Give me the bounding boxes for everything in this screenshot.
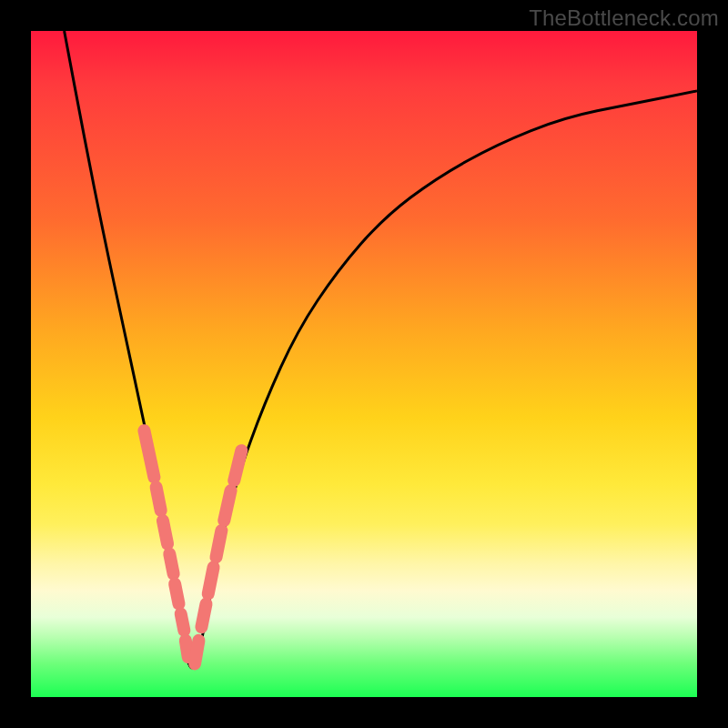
highlight-capsule xyxy=(169,554,173,574)
highlight-capsule xyxy=(224,490,230,521)
plot-area xyxy=(31,31,697,697)
highlight-capsule xyxy=(186,641,188,657)
highlight-capsules xyxy=(144,430,241,663)
highlight-capsule xyxy=(175,584,178,604)
chart-frame: TheBottleneck.com xyxy=(0,0,728,728)
highlight-capsule xyxy=(144,430,154,477)
chart-svg xyxy=(31,31,697,697)
highlight-capsule xyxy=(208,567,214,593)
watermark-text: TheBottleneck.com xyxy=(529,5,719,31)
highlight-capsule xyxy=(181,614,185,631)
bottleneck-curve xyxy=(65,31,697,668)
highlight-capsule xyxy=(201,604,206,628)
highlight-capsule xyxy=(234,450,241,480)
highlight-capsule xyxy=(157,487,161,511)
highlight-capsule xyxy=(195,641,198,664)
highlight-capsule xyxy=(216,531,221,557)
highlight-capsule xyxy=(163,521,167,544)
